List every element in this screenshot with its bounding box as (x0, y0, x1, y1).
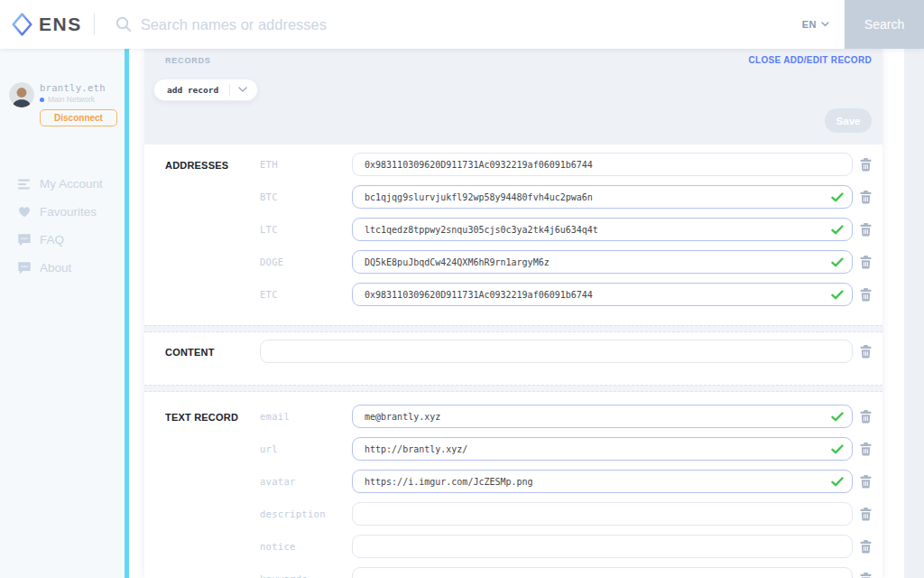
record-key-label: url (260, 443, 352, 454)
record-key-label: description (260, 508, 352, 519)
records-header-band: RECORDS CLOSE ADD/EDIT RECORD add record… (144, 49, 882, 144)
record-key-label: BTC (260, 191, 352, 202)
section-divider (144, 325, 882, 332)
trash-icon[interactable] (860, 508, 872, 521)
trash-icon[interactable] (860, 573, 872, 578)
sidebar-item-about[interactable]: About (0, 254, 125, 282)
trash-icon[interactable] (860, 256, 872, 269)
trash-icon[interactable] (860, 288, 872, 302)
address-row-btc: BTC (260, 185, 882, 209)
network-label: Main Network (48, 95, 95, 104)
sidebar-menu: My Account Favourites FAQ (0, 170, 125, 282)
text-record-notice-input[interactable] (352, 535, 853, 558)
ens-logo[interactable]: ENS (12, 13, 82, 36)
address-doge-input[interactable] (352, 250, 853, 274)
record-key-label: avatar (260, 476, 352, 487)
address-eth-input[interactable] (352, 153, 853, 176)
addresses-rows: ETH BTC (260, 153, 882, 315)
search-button[interactable]: Search (845, 0, 924, 49)
right-background-strip (904, 49, 924, 578)
heart-icon (18, 206, 31, 218)
text-record-row-description: description (260, 502, 882, 526)
address-btc-input[interactable] (352, 185, 853, 209)
add-record-dropdown[interactable]: add record (153, 79, 258, 101)
sidebar: brantly.eth Main Network Disconnect My A… (0, 49, 125, 578)
ens-manager-app: ENS EN Search (0, 0, 924, 578)
trash-icon[interactable] (860, 410, 872, 424)
record-key-label: keywords (260, 573, 352, 578)
sidebar-accent-divider (125, 49, 129, 578)
user-name: brantly.eth (40, 82, 117, 93)
sidebar-item-my-account[interactable]: My Account (0, 170, 125, 198)
address-etc-input[interactable] (352, 283, 853, 306)
disconnect-button[interactable]: Disconnect (40, 109, 117, 126)
valid-check-icon (831, 257, 844, 267)
text-record-keywords-input[interactable] (352, 567, 853, 578)
text-record-row-avatar: avatar (260, 470, 882, 493)
sidebar-item-label: FAQ (40, 233, 64, 247)
text-record-row-notice: notice (260, 535, 882, 558)
valid-check-icon (831, 225, 844, 235)
top-header: ENS EN Search (0, 0, 924, 49)
records-panel: RECORDS CLOSE ADD/EDIT RECORD add record… (144, 49, 882, 578)
valid-check-icon (831, 290, 844, 300)
text-record-description-input[interactable] (352, 502, 853, 526)
text-record-rows: email url (260, 405, 882, 578)
network-indicator: Main Network (40, 95, 117, 104)
language-selector[interactable]: EN (802, 19, 829, 30)
network-dot-icon (40, 98, 44, 102)
add-record-label: add record (167, 85, 218, 95)
text-record-avatar-input[interactable] (352, 470, 853, 493)
text-record-row-email: email (260, 405, 882, 428)
content-section: CONTENT (144, 332, 882, 385)
search-icon (116, 16, 132, 33)
logo-text: ENS (39, 14, 82, 35)
valid-check-icon (831, 444, 844, 454)
trash-icon[interactable] (860, 540, 872, 554)
close-add-edit-record-button[interactable]: CLOSE ADD/EDIT RECORD (749, 55, 873, 65)
record-key-label: email (260, 411, 352, 422)
text-record-row-url: url (260, 437, 882, 461)
dropdown-divider (229, 84, 230, 97)
text-record-section: TEXT RECORD email url (144, 392, 882, 578)
address-row-eth: ETH (260, 153, 882, 176)
list-icon (18, 179, 31, 190)
address-row-doge: DOGE (260, 250, 882, 274)
user-avatar (9, 82, 34, 107)
sidebar-item-label: About (40, 261, 71, 275)
text-record-url-input[interactable] (352, 437, 853, 461)
trash-icon[interactable] (860, 443, 872, 456)
trash-icon[interactable] (860, 223, 872, 237)
address-row-etc: ETC (260, 283, 882, 306)
save-button[interactable]: Save (825, 108, 872, 133)
header-divider (94, 14, 95, 35)
address-ltc-input[interactable] (352, 218, 853, 241)
text-record-section-title: TEXT RECORD (165, 405, 260, 578)
address-row-ltc: LTC (260, 218, 882, 241)
user-block: brantly.eth Main Network Disconnect (9, 82, 117, 126)
chat-icon (18, 234, 31, 246)
record-key-label: DOGE (260, 256, 352, 267)
chevron-down-icon (821, 22, 829, 27)
records-title: RECORDS (165, 56, 211, 65)
sidebar-item-favourites[interactable]: Favourites (0, 198, 125, 226)
trash-icon[interactable] (860, 475, 872, 489)
content-input[interactable] (260, 340, 853, 363)
text-record-row-keywords: keywords (260, 567, 882, 578)
trash-icon[interactable] (860, 345, 872, 359)
section-divider (144, 385, 882, 392)
ens-diamond-icon (12, 13, 32, 36)
sidebar-item-faq[interactable]: FAQ (0, 226, 125, 254)
search-input[interactable] (141, 16, 520, 33)
record-key-label: ETH (260, 159, 352, 170)
sidebar-item-label: My Account (40, 177, 103, 191)
trash-icon[interactable] (860, 158, 872, 172)
record-key-label: ETC (260, 289, 352, 300)
text-record-email-input[interactable] (352, 405, 853, 428)
content-row (260, 340, 882, 363)
addresses-section-title: ADDRESSES (165, 153, 260, 315)
record-key-label: LTC (260, 224, 352, 235)
name-search-area (116, 16, 802, 33)
addresses-section: ADDRESSES ETH BTC (144, 144, 882, 325)
trash-icon[interactable] (860, 191, 872, 204)
